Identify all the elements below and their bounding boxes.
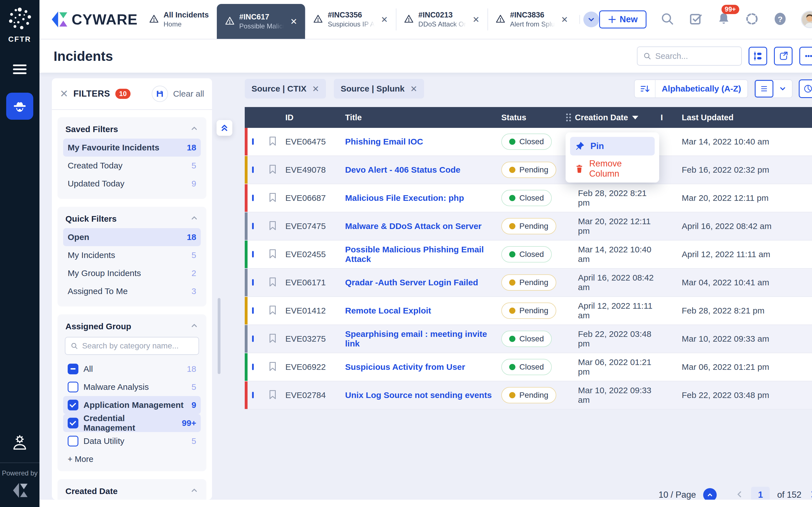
incident-tab[interactable]: #INC3356 Suspicious IP A ✕ bbox=[305, 0, 396, 39]
incident-title-link[interactable]: Possible Malicious Phishing Email Attack bbox=[345, 245, 501, 264]
table-row[interactable]: EVE06922 Suspicious Activity from User C… bbox=[245, 353, 812, 381]
tab-close-icon[interactable]: ✕ bbox=[379, 15, 388, 24]
new-button[interactable]: New bbox=[599, 10, 647, 29]
category-search-input[interactable] bbox=[82, 341, 193, 350]
group-checkbox[interactable] bbox=[68, 418, 79, 429]
table-row[interactable]: EVE06171 Qradar -Auth Server Login Faile… bbox=[245, 269, 812, 297]
chevron-up-icon[interactable] bbox=[190, 214, 199, 224]
quick-filter-item[interactable]: My Incidents 5 bbox=[63, 246, 201, 264]
row-checkbox[interactable] bbox=[252, 251, 254, 258]
bookmark-icon[interactable] bbox=[268, 136, 282, 147]
incidents-search[interactable] bbox=[637, 47, 742, 66]
collapse-all-button[interactable] bbox=[216, 120, 232, 136]
incident-title-link[interactable]: Malicious File Execution: php bbox=[345, 193, 501, 203]
sort-icon[interactable] bbox=[635, 80, 656, 98]
chip-remove-icon[interactable]: ✕ bbox=[312, 84, 319, 94]
chip-remove-icon[interactable]: ✕ bbox=[410, 84, 417, 94]
incident-title-link[interactable]: Suspicious Activity from User bbox=[345, 362, 501, 372]
prev-page-button[interactable] bbox=[735, 490, 744, 500]
hamburger-menu-icon[interactable] bbox=[13, 64, 27, 74]
table-row[interactable]: EVE06687 Malicious File Execution: php C… bbox=[245, 184, 812, 212]
chart-view-button[interactable] bbox=[799, 79, 812, 98]
row-checkbox[interactable] bbox=[252, 194, 254, 201]
col-status[interactable]: Status bbox=[501, 113, 566, 122]
pin-menu-item[interactable]: Pin bbox=[570, 137, 655, 156]
incident-title-link[interactable]: Malware & DDoS Attack on Server bbox=[345, 221, 501, 231]
group-checkbox[interactable] bbox=[68, 382, 79, 392]
sidebar-item-incidents[interactable] bbox=[6, 93, 33, 120]
row-checkbox[interactable] bbox=[252, 166, 254, 173]
incident-title-link[interactable]: Devo Alert - 406 Status Code bbox=[345, 165, 501, 175]
tab-close-icon[interactable]: ✕ bbox=[471, 15, 479, 24]
bookmark-icon[interactable] bbox=[268, 390, 282, 401]
filters-close-icon[interactable]: ✕ bbox=[60, 88, 68, 100]
bookmark-icon[interactable] bbox=[268, 164, 282, 175]
bookmark-icon[interactable] bbox=[268, 361, 282, 373]
table-row[interactable]: EVE02784 Unix Log Source not sending eve… bbox=[245, 381, 812, 409]
group-filter-item[interactable]: Credential Management 99+ bbox=[63, 414, 201, 432]
drag-handle-icon[interactable] bbox=[566, 114, 571, 121]
filter-chip[interactable]: Source | Splunk ✕ bbox=[334, 79, 424, 99]
scrollbar-thumb[interactable] bbox=[218, 298, 220, 374]
list-view-button[interactable] bbox=[755, 80, 773, 98]
save-filter-button[interactable] bbox=[152, 86, 168, 102]
incident-tab[interactable]: All Incidents Home ✕ bbox=[141, 0, 217, 39]
col-title[interactable]: Title bbox=[345, 113, 501, 122]
sort-control[interactable]: Alphabetically (A-Z) bbox=[634, 79, 748, 98]
admin-user-icon[interactable] bbox=[11, 434, 29, 451]
bookmark-icon[interactable] bbox=[268, 221, 282, 232]
saved-filter-item[interactable]: Created Today 5 bbox=[63, 157, 201, 175]
table-row[interactable]: EVE06475 Phishing Email IOC Closed Mar 1… bbox=[245, 128, 812, 156]
view-dropdown-button[interactable] bbox=[773, 80, 792, 98]
group-filter-item[interactable]: Data Utility 5 bbox=[63, 432, 201, 450]
incident-title-link[interactable]: Remote Local Exploit bbox=[345, 306, 501, 316]
col-partial[interactable]: I bbox=[661, 113, 682, 122]
group-checkbox[interactable] bbox=[68, 436, 79, 446]
group-filter-item[interactable]: Malware Analysis 5 bbox=[63, 378, 201, 396]
incident-title-link[interactable]: Phishing Email IOC bbox=[345, 137, 501, 147]
col-id[interactable]: ID bbox=[282, 113, 345, 122]
table-row[interactable]: EVE01412 Remote Local Exploit Pending Ap… bbox=[245, 297, 812, 325]
incident-title-link[interactable]: Spearphising email : meeting invite link bbox=[345, 329, 501, 348]
category-search[interactable] bbox=[65, 337, 199, 355]
group-filter-item[interactable]: All 18 bbox=[63, 360, 201, 378]
incident-title-link[interactable]: Qradar -Auth Server Login Failed bbox=[345, 278, 501, 287]
row-checkbox[interactable] bbox=[252, 363, 254, 370]
row-checkbox[interactable] bbox=[252, 307, 254, 314]
row-checkbox[interactable] bbox=[252, 279, 254, 286]
tab-close-icon[interactable]: ✕ bbox=[559, 15, 568, 24]
tasks-icon[interactable] bbox=[688, 11, 703, 27]
row-checkbox[interactable] bbox=[252, 392, 254, 398]
row-checkbox[interactable] bbox=[252, 335, 254, 342]
remove-column-menu-item[interactable]: Remove Column bbox=[570, 159, 655, 178]
more-groups-link[interactable]: + More bbox=[63, 450, 201, 465]
per-page-label[interactable]: 10 / Page bbox=[659, 490, 696, 500]
export-button[interactable] bbox=[774, 47, 793, 65]
help-icon[interactable]: ? bbox=[773, 11, 788, 27]
quick-filter-item[interactable]: Assigned To Me 3 bbox=[63, 282, 201, 300]
quick-filter-item[interactable]: Open 18 bbox=[63, 228, 201, 246]
user-avatar[interactable] bbox=[801, 11, 812, 28]
bookmark-icon[interactable] bbox=[268, 277, 282, 288]
table-row[interactable]: EVE07475 Malware & DDoS Attack on Server… bbox=[245, 212, 812, 240]
more-options-button[interactable] bbox=[799, 47, 812, 65]
row-checkbox[interactable] bbox=[252, 138, 254, 145]
incident-tab[interactable]: #INC617 Possible Malici ✕ bbox=[217, 4, 305, 39]
row-checkbox[interactable] bbox=[252, 223, 254, 229]
clear-all-button[interactable]: Clear all bbox=[173, 89, 204, 99]
next-page-button[interactable] bbox=[809, 490, 812, 500]
bookmark-icon[interactable] bbox=[268, 305, 282, 316]
chevron-up-icon[interactable] bbox=[190, 124, 199, 134]
saved-filter-item[interactable]: My Favourite Incidents 18 bbox=[63, 138, 201, 157]
group-checkbox[interactable] bbox=[68, 363, 79, 374]
group-filter-item[interactable]: Application Management 9 bbox=[63, 396, 201, 414]
chevron-up-icon[interactable] bbox=[190, 322, 199, 331]
chevron-up-icon[interactable] bbox=[190, 487, 199, 496]
col-last-updated[interactable]: Last Updated bbox=[682, 113, 812, 122]
sort-order-label[interactable]: Alphabetically (A-Z) bbox=[656, 84, 748, 94]
notifications-bell[interactable]: 99+ bbox=[716, 11, 731, 27]
bookmark-icon[interactable] bbox=[268, 249, 282, 260]
table-row[interactable]: EVE02455 Possible Malicious Phishing Ema… bbox=[245, 240, 812, 269]
bookmark-icon[interactable] bbox=[268, 192, 282, 204]
search-input[interactable] bbox=[655, 52, 735, 61]
